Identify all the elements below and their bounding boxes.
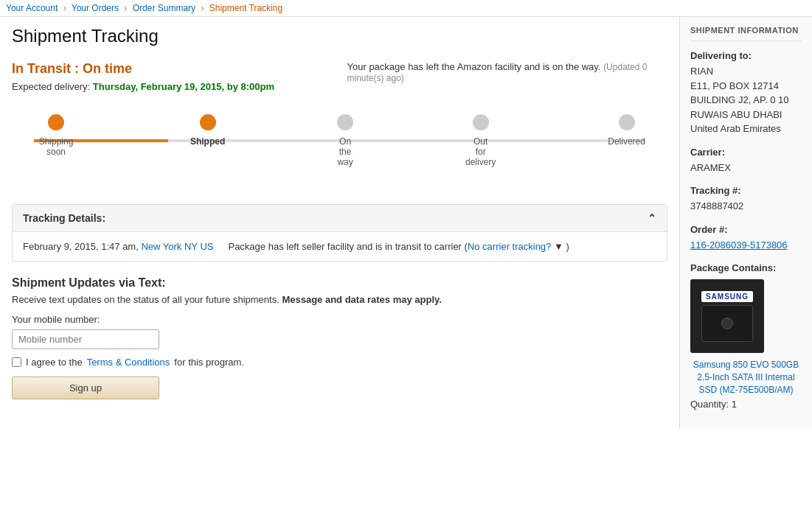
step-label-4: Outfordelivery	[465, 136, 496, 167]
step-out-for-delivery: Outfordelivery	[465, 114, 496, 167]
page-title: Shipment Tracking	[12, 26, 667, 46]
status-heading: In Transit : On time	[12, 61, 333, 77]
tracking-details-body: February 9, 2015, 1:47 am, New York NY U…	[13, 232, 667, 261]
updates-desc-text: Receive text updates on the status of al…	[12, 294, 280, 305]
breadcrumb-sep-1: ›	[63, 3, 66, 13]
tracking-label: Tracking #:	[690, 185, 802, 196]
updates-title: Shipment Updates via Text:	[12, 276, 667, 290]
tracking-details-box: Tracking Details: ⌃ February 9, 2015, 1:…	[12, 204, 667, 262]
delivering-label: Delivering to:	[690, 50, 802, 61]
tracking-location: New York NY US	[141, 241, 213, 252]
samsung-logo: SAMSUNG	[701, 291, 753, 302]
step-delivered: Delivered	[608, 114, 645, 167]
deliver-line-1: RIAN	[690, 64, 802, 79]
link-suffix: )	[566, 241, 569, 252]
breadcrumb-current: Shipment Tracking	[209, 3, 282, 13]
ssd-circle	[721, 318, 733, 329]
updates-section: Shipment Updates via Text: Receive text …	[12, 276, 667, 399]
tracking-details-title: Tracking Details:	[23, 212, 105, 224]
step-label-5: Delivered	[608, 136, 645, 147]
step-circle-2	[200, 114, 216, 130]
sidebar-order: Order #: 116-2086039-5173806	[690, 224, 802, 253]
tracker-bar-wrapper: Shipping soon Shipped Ontheway Outfordel…	[34, 114, 645, 167]
quantity-text: Quantity: 1	[690, 399, 802, 410]
carrier-label: Carrier:	[690, 147, 802, 158]
sidebar-carrier: Carrier: ARAMEX	[690, 147, 802, 175]
checkbox-prefix: I agree to the	[26, 357, 83, 368]
carrier-value: ARAMEX	[690, 161, 802, 175]
terms-link[interactable]: Terms & Conditions	[87, 357, 170, 368]
deliver-line-2: E11, PO BOX 12714	[690, 79, 802, 94]
ssd-body	[701, 305, 753, 342]
order-label: Order #:	[690, 224, 802, 235]
order-value: 116-2086039-5173806	[690, 238, 802, 253]
status-section: In Transit : On time Expected delivery: …	[12, 61, 667, 92]
main-wrapper: Shipment Tracking In Transit : On time E…	[0, 17, 812, 429]
tracking-details-header[interactable]: Tracking Details: ⌃	[13, 205, 667, 232]
mobile-label: Your mobile number:	[12, 314, 667, 325]
tracker-steps: Shipping soon Shipped Ontheway Outfordel…	[34, 114, 645, 167]
checkbox-suffix: for this program.	[174, 357, 244, 368]
no-carrier-link[interactable]: No carrier tracking?	[468, 241, 551, 252]
order-num-link[interactable]: 116-2086039-5173806	[690, 239, 788, 251]
step-label-3: Ontheway	[337, 136, 353, 167]
breadcrumb: Your Account › Your Orders › Order Summa…	[0, 0, 812, 17]
sidebar-delivering: Delivering to: RIAN E11, PO BOX 12714 BU…	[690, 50, 802, 136]
step-shipping-soon: Shipping soon	[34, 114, 78, 167]
tracking-date: February 9, 2015, 1:47 am, New York NY U…	[23, 241, 213, 252]
step-label-1: Shipping soon	[34, 136, 78, 157]
step-circle-5	[619, 114, 635, 130]
deliver-line-3: BUILDING J2, AP. 0 10	[690, 93, 802, 108]
deliver-line-5: United Arab Emirates	[690, 122, 802, 136]
deliver-line-4: RUWAIS ABU DHABI	[690, 108, 802, 122]
product-image: SAMSUNG	[690, 279, 764, 353]
step-circle-4	[473, 114, 489, 130]
breadcrumb-orders[interactable]: Your Orders	[72, 3, 119, 13]
breadcrumb-sep-2: ›	[124, 3, 127, 13]
expected-prefix: Expected delivery:	[12, 81, 90, 92]
tracking-desc-text: Package has left seller facility and is …	[228, 241, 461, 252]
package-contains-label: Package Contains:	[690, 262, 802, 273]
breadcrumb-account[interactable]: Your Account	[6, 3, 58, 13]
delivering-value: RIAN E11, PO BOX 12714 BUILDING J2, AP. …	[690, 64, 802, 136]
product-name: Samsung 850 EVO 500GB 2.5-Inch SATA III …	[690, 359, 802, 396]
status-left: In Transit : On time Expected delivery: …	[12, 61, 333, 92]
step-circle-3	[337, 114, 353, 130]
breadcrumb-sep-3: ›	[201, 3, 204, 13]
tracking-description: Package has left seller facility and is …	[228, 241, 569, 252]
terms-checkbox[interactable]	[12, 357, 21, 367]
package-message: Your package has left the Amazon facilit…	[347, 61, 601, 72]
sidebar: SHIPMENT INFORMATION Delivering to: RIAN…	[679, 17, 812, 429]
breadcrumb-summary[interactable]: Order Summary	[133, 3, 195, 13]
product-image-inner: SAMSUNG	[701, 291, 753, 342]
step-on-the-way: Ontheway	[337, 114, 353, 167]
signup-button[interactable]: Sign up	[12, 377, 159, 399]
step-shipped: Shipped	[190, 114, 225, 167]
sidebar-package: Package Contains: SAMSUNG Samsung 850 EV…	[690, 262, 802, 410]
updates-desc: Receive text updates on the status of al…	[12, 294, 667, 305]
checkbox-row: I agree to the Terms & Conditions for th…	[12, 357, 667, 368]
expected-date: Thursday, February 19, 2015, by 8:00pm	[93, 81, 274, 92]
tracker-container: Shipping soon Shipped Ontheway Outfordel…	[12, 107, 667, 182]
step-label-2: Shipped	[190, 136, 225, 147]
sidebar-title: SHIPMENT INFORMATION	[690, 26, 802, 41]
mobile-input[interactable]	[12, 329, 159, 349]
step-circle-1	[48, 114, 64, 130]
expected-delivery: Expected delivery: Thursday, February 19…	[12, 81, 333, 92]
tracking-date-text: February 9, 2015, 1:47 am,	[23, 241, 139, 252]
tracking-row: February 9, 2015, 1:47 am, New York NY U…	[23, 241, 656, 252]
updates-note: Message and data rates may apply.	[282, 294, 442, 305]
tracking-value: 3748887402	[690, 199, 802, 214]
sidebar-tracking: Tracking #: 3748887402	[690, 185, 802, 214]
status-right: Your package has left the Amazon facilit…	[333, 61, 668, 92]
chevron-up-icon: ⌃	[648, 212, 656, 224]
dropdown-icon: ▼	[554, 241, 563, 252]
content-area: Shipment Tracking In Transit : On time E…	[0, 17, 679, 429]
